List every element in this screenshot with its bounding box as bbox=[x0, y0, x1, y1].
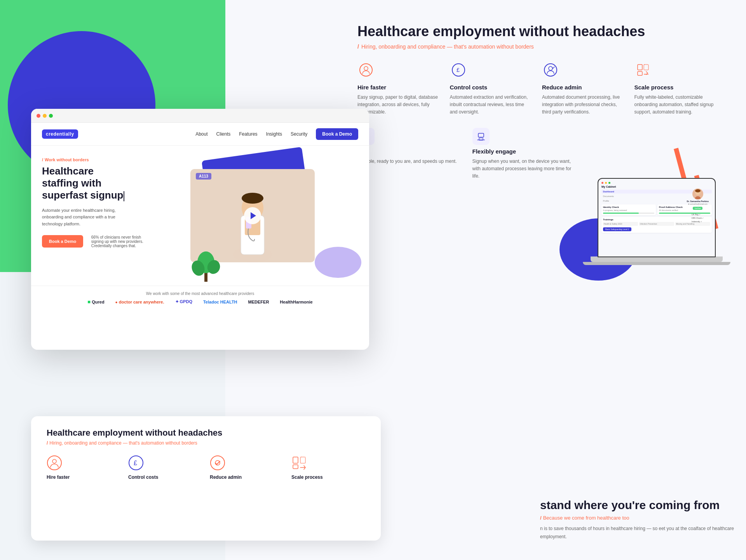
dash-verified-badge: Verified bbox=[693, 207, 702, 210]
play-triangle-icon bbox=[251, 212, 256, 219]
laptop-base bbox=[591, 256, 723, 262]
stand-section-desc: n is to save thousands of hours in healt… bbox=[540, 525, 734, 541]
stand-section: stand where you're coming from Because w… bbox=[540, 499, 734, 541]
features-subtitle: Hiring, onboarding and compliance — that… bbox=[357, 44, 715, 50]
partner-doctorcare: ● doctor care anywhere. bbox=[115, 300, 164, 304]
dash-dot-green bbox=[608, 182, 610, 184]
dash-safeguarding-badge[interactable]: Basic Safeguarding Level 2 bbox=[603, 227, 631, 231]
dash-dot-yellow bbox=[605, 182, 607, 184]
svg-point-15 bbox=[549, 66, 553, 70]
hero-title: Healthcare staffing with superfast signu… bbox=[42, 165, 160, 202]
bottom-feature-hire-name: Hire faster bbox=[47, 475, 120, 480]
browser-dot-close[interactable] bbox=[37, 114, 40, 118]
laptop-screen-inner: My Cabinet Dashboard Documents Profile I… bbox=[598, 179, 715, 256]
bottom-hire-icon bbox=[47, 455, 62, 471]
partner-healthharmonie: HealthHarmonie bbox=[280, 300, 312, 304]
plant-illustration bbox=[190, 239, 221, 282]
nav-book-demo-button[interactable]: Book a Demo bbox=[316, 128, 358, 140]
hero-illustration-area: A113 bbox=[167, 146, 369, 286]
svg-rect-21 bbox=[478, 133, 484, 137]
features-main-title: Healthcare employment without headaches bbox=[357, 23, 715, 40]
bottom-feature-admin-name: Reduce admin bbox=[210, 475, 284, 480]
dash-dot-red bbox=[601, 182, 603, 184]
stand-section-title: stand where you're coming from bbox=[540, 499, 734, 512]
bottom-feature-admin: Reduce admin bbox=[210, 455, 284, 480]
partners-logos-row: ■ Qured ● doctor care anywhere. ✦ GPDQ T… bbox=[42, 299, 358, 305]
dash-identity-title: Identity Check bbox=[603, 206, 654, 208]
bottom-admin-icon bbox=[210, 455, 225, 471]
svg-point-10 bbox=[360, 64, 372, 76]
partners-section: We work with some of the most advanced h… bbox=[31, 286, 369, 310]
feature-control-costs-name: Control costs bbox=[450, 84, 531, 91]
nav-clients[interactable]: Clients bbox=[216, 131, 231, 137]
nav-features[interactable]: Features bbox=[239, 131, 257, 137]
bottom-features-grid: Hire faster £ Control costs Reduce admin bbox=[47, 455, 365, 480]
bottom-costs-icon: £ bbox=[128, 455, 144, 471]
bottom-scale-icon bbox=[291, 455, 307, 471]
partner-gpdq: ✦ GPDQ bbox=[175, 299, 192, 304]
hero-section: Work without borders Healthcare staffing… bbox=[31, 146, 369, 286]
stand-section-subtitle: Because we come from healthcare too bbox=[540, 515, 734, 521]
nav-insights[interactable]: Insights bbox=[266, 131, 282, 137]
feature-scale-process-name: Scale process bbox=[634, 84, 715, 91]
svg-rect-17 bbox=[644, 65, 648, 70]
engage-flexibly-name: Flexibly engage bbox=[472, 148, 573, 155]
feature-scale-process: Scale process Fully white-labeled, custo… bbox=[634, 61, 715, 116]
laptop-mockup-section: My Cabinet Dashboard Documents Profile I… bbox=[583, 179, 730, 265]
browser-mockup: credentially About Clients Features Insi… bbox=[31, 109, 369, 350]
svg-rect-34 bbox=[293, 465, 298, 469]
bottom-feature-costs-name: Control costs bbox=[128, 475, 202, 480]
nav-security[interactable]: Security bbox=[291, 131, 307, 137]
video-play-button[interactable] bbox=[244, 207, 261, 224]
svg-rect-32 bbox=[293, 457, 298, 463]
laptop-base-foot bbox=[583, 262, 730, 265]
partner-qured: ■ Qured bbox=[87, 299, 104, 305]
svg-point-31 bbox=[215, 461, 220, 465]
bottom-feature-hire: Hire faster bbox=[47, 455, 120, 480]
engage-flexibly-desc: Signup when you want, on the device you … bbox=[472, 158, 573, 180]
nav-about[interactable]: About bbox=[195, 131, 207, 137]
feature-reduce-admin-desc: Automated document processing, live inte… bbox=[542, 94, 623, 116]
video-badge: A113 bbox=[196, 173, 211, 180]
features-panel: Healthcare employment without headaches … bbox=[326, 0, 746, 560]
hero-text-area: Work without borders Healthcare staffing… bbox=[31, 146, 171, 286]
svg-point-30 bbox=[211, 456, 225, 470]
nav-links-container: About Clients Features Insights Security… bbox=[195, 128, 358, 140]
hero-description: Automate your entire healthcare hiring, … bbox=[42, 207, 127, 228]
feature-hire-faster-desc: Easy signup, paper to digital, database … bbox=[357, 94, 438, 116]
hero-cta-row: Book a Demo 66% of clinicians never fini… bbox=[42, 235, 160, 248]
scale-process-icon bbox=[634, 61, 652, 79]
svg-point-26 bbox=[47, 456, 61, 470]
bottom-browser-card: Healthcare employment without headaches … bbox=[31, 416, 381, 541]
svg-point-27 bbox=[52, 459, 56, 463]
bottom-feature-scale: Scale process bbox=[291, 455, 365, 480]
bottom-feature-costs: £ Control costs bbox=[128, 455, 202, 480]
partner-medefer: MEDEFER bbox=[248, 300, 269, 304]
hire-faster-icon bbox=[357, 61, 375, 79]
dash-stats-table: UK Reg ✓ DBS Check ✓ Indemnity ✓ bbox=[692, 213, 704, 223]
browser-dot-minimize[interactable] bbox=[43, 114, 47, 118]
bottom-card-subtitle: Hiring, onboarding and compliance — that… bbox=[47, 440, 365, 446]
dash-identity-progress bbox=[603, 213, 654, 214]
hero-stat-text: 66% of clinicians never finish signing u… bbox=[91, 235, 153, 248]
engage-section: sily portable, ready to you are, and spe… bbox=[357, 128, 715, 180]
feature-reduce-admin: Reduce admin Automated document processi… bbox=[542, 61, 623, 116]
browser-content-area: credentially About Clients Features Insi… bbox=[31, 123, 369, 350]
dash-person-email: dr.samantha@email.com bbox=[688, 203, 708, 205]
engage-flexibly-icon bbox=[472, 128, 490, 145]
brand-logo[interactable]: credentially bbox=[42, 129, 78, 139]
control-costs-icon: £ bbox=[450, 61, 467, 79]
site-navbar: credentially About Clients Features Insi… bbox=[31, 123, 369, 146]
dash-person-name: Dr. Samantha Perkins bbox=[687, 200, 709, 202]
hero-book-demo-button[interactable]: Book a Demo bbox=[42, 235, 83, 248]
svg-point-11 bbox=[364, 66, 368, 70]
partner-teladoc: Teladoc HEALTH bbox=[203, 300, 237, 304]
engage-sily-desc: portable, ready to you are, and speeds u… bbox=[357, 158, 457, 165]
dash-identity-card: Identity Check In progress, being review… bbox=[601, 204, 656, 215]
feature-hire-faster: Hire faster Easy signup, paper to digita… bbox=[357, 61, 438, 116]
dash-title: My Cabinet bbox=[601, 185, 712, 188]
svg-rect-16 bbox=[638, 65, 642, 70]
browser-dot-fullscreen[interactable] bbox=[49, 114, 53, 118]
dash-topbar bbox=[601, 182, 712, 184]
browser-chrome-bar bbox=[31, 109, 369, 123]
